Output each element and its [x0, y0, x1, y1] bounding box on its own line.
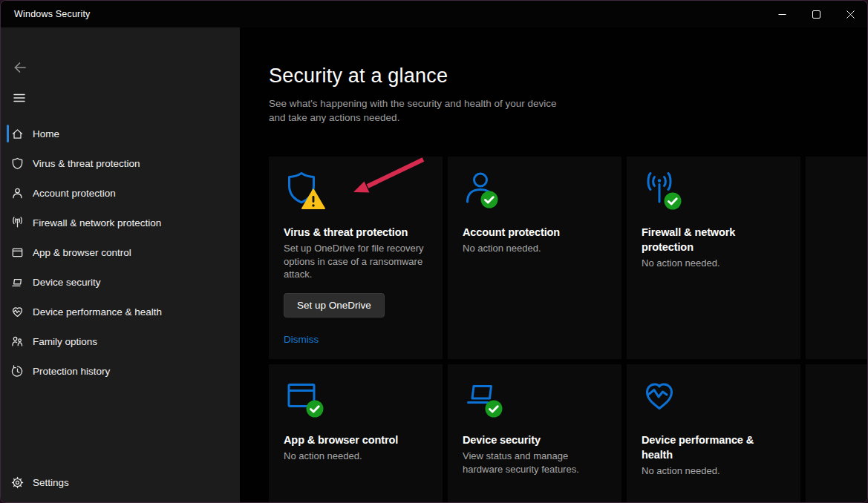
card-description: No action needed.	[463, 242, 607, 255]
card-description: No action needed.	[642, 257, 786, 270]
main-content: Security at a glance See what's happenin…	[240, 27, 867, 503]
page-title: Security at a glance	[269, 65, 867, 88]
maximize-icon	[812, 10, 820, 19]
sidebar-item-app-browser-control[interactable]: App & browser control	[1, 237, 240, 267]
heart-pulse-icon	[11, 306, 24, 318]
firewall-icon-box	[642, 170, 683, 211]
device-security-icon-box	[463, 378, 504, 419]
partial-card	[806, 364, 867, 503]
card-title: Virus & threat protection	[284, 225, 421, 240]
card-title: Device security	[463, 433, 600, 447]
card-app-browser-control[interactable]: App & browser control No action needed.	[269, 364, 443, 503]
setup-onedrive-button[interactable]: Set up OneDrive	[284, 293, 385, 318]
maximize-button[interactable]	[799, 1, 833, 27]
heart-pulse-icon	[642, 378, 677, 413]
sidebar-item-firewall-network-protection[interactable]: Firewall & network protection	[1, 208, 240, 237]
person-icon	[11, 187, 24, 200]
close-button[interactable]	[833, 1, 867, 27]
selected-accent-bar	[7, 125, 9, 142]
device-performance-icon-box	[642, 378, 683, 419]
window-title: Windows Security	[14, 9, 91, 19]
sidebar-item-family-options[interactable]: Family options	[1, 326, 240, 356]
shield-icon	[11, 157, 24, 170]
sidebar-item-label: Device performance & health	[33, 306, 162, 318]
gear-icon	[11, 476, 24, 489]
card-description: No action needed.	[284, 450, 428, 463]
minimize-icon	[778, 10, 786, 19]
window-controls	[765, 1, 867, 27]
sidebar-item-protection-history[interactable]: Protection history	[1, 356, 240, 386]
card-device-performance-health[interactable]: Device performance & health No action ne…	[627, 364, 800, 503]
check-badge-icon	[664, 192, 682, 210]
card-firewall-network-protection[interactable]: Firewall & network protection No action …	[627, 157, 800, 359]
home-icon	[11, 128, 24, 140]
cards-grid: Virus & threat protection Set up OneDriv…	[269, 157, 867, 503]
titlebar: Windows Security	[1, 1, 867, 27]
network-icon	[11, 217, 24, 229]
sidebar-item-label: Device security	[33, 277, 101, 288]
laptop-icon	[11, 276, 24, 289]
app-browser-icon-box	[284, 378, 325, 419]
back-button[interactable]	[10, 57, 30, 80]
card-title: Account protection	[463, 225, 600, 240]
sidebar-item-settings[interactable]: Settings	[1, 467, 240, 497]
card-device-security[interactable]: Device security View status and manage h…	[448, 364, 621, 503]
sidebar: Home Virus & threat protection Account p…	[1, 27, 240, 503]
warning-badge-icon	[301, 188, 325, 210]
app-window-icon	[11, 246, 24, 259]
sidebar-item-label: Family options	[33, 336, 97, 347]
card-title: Firewall & network protection	[642, 225, 779, 254]
sidebar-item-label: App & browser control	[33, 247, 131, 258]
sidebar-item-label: Settings	[33, 477, 69, 488]
card-description: No action needed.	[642, 464, 786, 478]
check-badge-icon	[480, 191, 498, 208]
sidebar-item-home[interactable]: Home	[1, 119, 240, 148]
dismiss-link[interactable]: Dismiss	[284, 334, 319, 345]
check-badge-icon	[306, 400, 324, 418]
sidebar-item-label: Virus & threat protection	[33, 158, 140, 169]
account-icon-box	[463, 170, 504, 211]
virus-threat-icon-box	[284, 170, 325, 211]
sidebar-item-virus-threat-protection[interactable]: Virus & threat protection	[1, 148, 240, 178]
hamburger-icon	[13, 96, 26, 107]
family-icon	[11, 335, 24, 348]
window: Windows Security	[0, 0, 868, 503]
sidebar-item-device-security[interactable]: Device security	[1, 267, 240, 297]
history-icon	[11, 365, 24, 378]
sidebar-nav: Home Virus & threat protection Account p…	[1, 119, 240, 386]
card-description: View status and manage hardware security…	[463, 450, 607, 476]
minimize-button[interactable]	[765, 1, 799, 27]
check-badge-icon	[485, 400, 503, 418]
partial-card	[806, 157, 867, 359]
sidebar-item-label: Protection history	[33, 366, 110, 377]
page-subtitle: See what's happening with the security a…	[269, 96, 564, 125]
card-description: Set up OneDrive for file recovery option…	[284, 242, 428, 281]
close-icon	[846, 10, 855, 19]
sidebar-item-account-protection[interactable]: Account protection	[1, 178, 240, 208]
sidebar-item-label: Firewall & network protection	[33, 217, 161, 229]
sidebar-item-device-performance-health[interactable]: Device performance & health	[1, 297, 240, 326]
card-title: Device performance & health	[642, 433, 779, 462]
menu-button[interactable]	[10, 88, 29, 110]
card-account-protection[interactable]: Account protection No action needed.	[448, 157, 621, 359]
sidebar-item-label: Home	[33, 128, 59, 139]
sidebar-settings: Settings	[1, 467, 240, 497]
card-virus-threat-protection[interactable]: Virus & threat protection Set up OneDriv…	[269, 157, 443, 359]
sidebar-item-label: Account protection	[33, 188, 116, 199]
back-arrow-icon	[13, 66, 27, 77]
card-title: App & browser control	[284, 433, 421, 447]
